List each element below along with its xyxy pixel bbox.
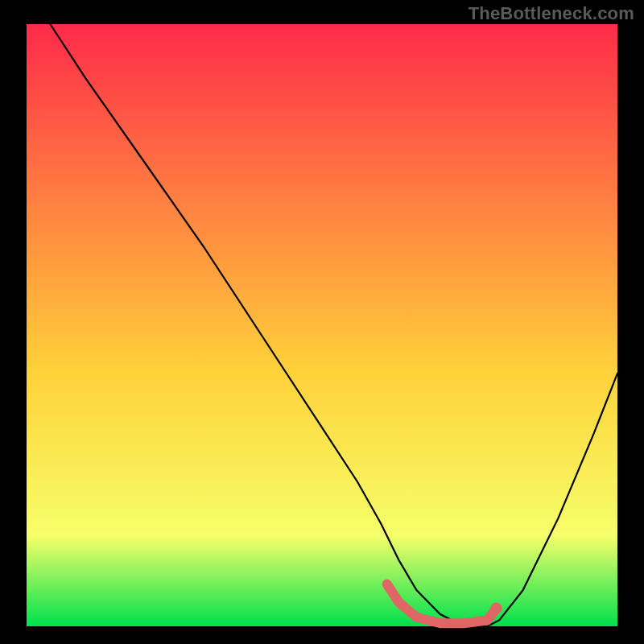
highlight-endpoint-dot (491, 603, 502, 614)
chart-frame: { "watermark": "TheBottleneck.com", "cha… (0, 0, 644, 644)
watermark-text: TheBottleneck.com (469, 3, 634, 24)
chart-svg (0, 0, 644, 644)
plot-background (27, 24, 617, 626)
